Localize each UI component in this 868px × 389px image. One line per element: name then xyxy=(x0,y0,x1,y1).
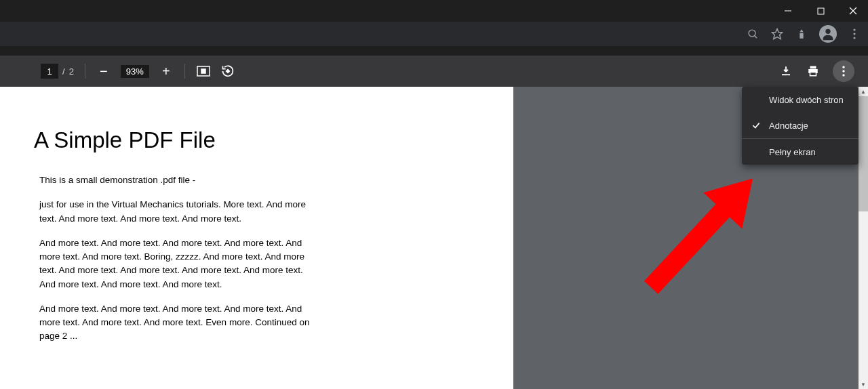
toolbar-divider xyxy=(85,64,85,79)
scroll-up-button[interactable]: ▲ xyxy=(859,87,868,96)
search-icon[interactable] xyxy=(746,27,760,41)
zoom-value: 93% xyxy=(121,65,149,78)
close-button[interactable] xyxy=(844,1,863,20)
document-paragraph: This is a small demonstration .pdf file … xyxy=(34,173,319,187)
minimize-button[interactable] xyxy=(778,1,797,20)
pdf-toolbar: / 2 − 93% + xyxy=(0,56,868,87)
zoom-in-button[interactable]: + xyxy=(159,64,174,79)
print-button[interactable] xyxy=(806,64,821,79)
scrollbar-thumb[interactable] xyxy=(859,96,868,211)
fit-page-button[interactable] xyxy=(196,64,211,79)
svg-rect-17 xyxy=(810,73,816,76)
menu-two-page-view[interactable]: Widok dwóch stron xyxy=(742,87,859,112)
svg-rect-1 xyxy=(818,8,824,14)
page-number-input[interactable] xyxy=(41,64,58,79)
bookmark-star-icon[interactable] xyxy=(770,27,784,41)
svg-point-20 xyxy=(842,74,844,76)
svg-point-8 xyxy=(853,28,855,30)
svg-point-9 xyxy=(853,33,855,35)
svg-marker-13 xyxy=(226,70,230,73)
svg-marker-6 xyxy=(772,29,783,39)
check-icon xyxy=(751,121,762,130)
page-total: 2 xyxy=(69,66,74,77)
more-options-button[interactable] xyxy=(833,60,854,82)
document-paragraph: just for use in the Virtual Mechanics tu… xyxy=(34,198,319,226)
browser-toolbar xyxy=(0,22,868,46)
document-title: A Simple PDF File xyxy=(34,127,479,153)
rotate-button[interactable] xyxy=(220,64,235,79)
window-titlebar xyxy=(0,0,868,22)
pdf-viewer-content: A Simple PDF File This is a small demons… xyxy=(0,87,868,389)
svg-point-7 xyxy=(825,29,830,34)
zoom-out-button[interactable]: − xyxy=(96,64,111,79)
options-dropdown: Widok dwóch stron Adnotacje Pełny ekran xyxy=(742,87,859,165)
svg-point-18 xyxy=(842,66,844,68)
svg-point-10 xyxy=(853,37,855,39)
page-indicator: / 2 xyxy=(41,64,74,79)
svg-line-5 xyxy=(754,35,757,38)
menu-annotations[interactable]: Adnotacje xyxy=(742,112,859,138)
document-paragraph: And more text. And more text. And more t… xyxy=(34,302,319,344)
toolbar-divider xyxy=(184,64,185,79)
menu-fullscreen[interactable]: Pełny ekran xyxy=(742,139,859,165)
scroll-down-button[interactable]: ▼ xyxy=(859,380,868,389)
svg-rect-21 xyxy=(644,202,732,294)
svg-marker-22 xyxy=(703,161,772,229)
page-separator: / xyxy=(62,66,65,77)
annotation-arrow xyxy=(600,157,783,329)
document-paragraph: And more text. And more text. And more t… xyxy=(34,237,319,291)
svg-point-4 xyxy=(749,30,755,37)
menu-item-label: Widok dwóch stron xyxy=(769,95,844,105)
extensions-icon[interactable] xyxy=(795,27,808,41)
gap-bar xyxy=(0,46,868,56)
browser-menu-icon[interactable] xyxy=(848,27,861,41)
svg-rect-15 xyxy=(810,66,816,69)
zoom-controls: − 93% + xyxy=(96,64,174,79)
download-button[interactable] xyxy=(778,64,793,79)
vertical-scrollbar[interactable]: ▲ ▼ xyxy=(859,87,868,389)
menu-item-label: Adnotacje xyxy=(769,121,808,131)
menu-item-label: Pełny ekran xyxy=(769,147,816,157)
pdf-page: A Simple PDF File This is a small demons… xyxy=(0,87,513,389)
maximize-button[interactable] xyxy=(811,1,830,20)
svg-point-19 xyxy=(842,70,844,72)
profile-avatar[interactable] xyxy=(819,25,837,43)
svg-rect-12 xyxy=(201,69,205,73)
